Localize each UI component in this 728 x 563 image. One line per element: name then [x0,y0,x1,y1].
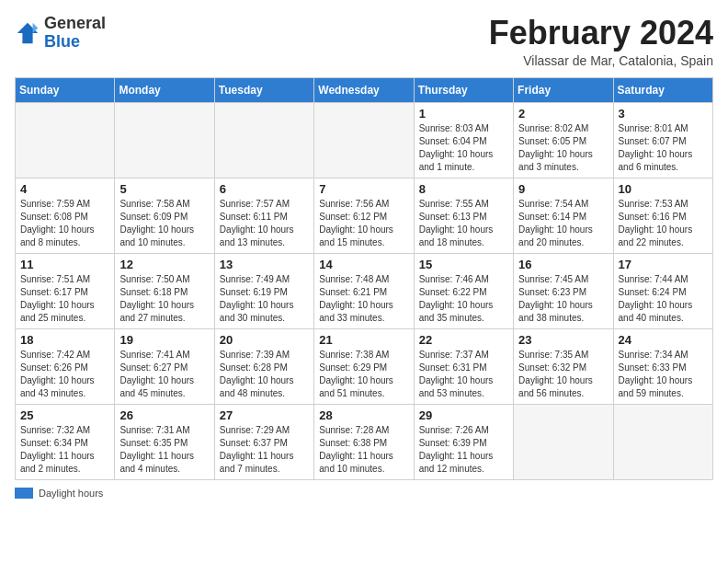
day-info: Sunrise: 7:29 AM Sunset: 6:37 PM Dayligh… [220,424,309,476]
day-number: 6 [220,182,309,196]
day-number: 1 [419,107,508,121]
day-info: Sunrise: 7:38 AM Sunset: 6:29 PM Dayligh… [319,349,408,400]
legend: Daylight hours [15,488,713,499]
day-info: Sunrise: 7:54 AM Sunset: 6:14 PM Dayligh… [518,198,608,249]
day-info: Sunrise: 7:45 AM Sunset: 6:23 PM Dayligh… [518,273,608,325]
calendar-day-cell: 28Sunrise: 7:28 AM Sunset: 6:38 PM Dayli… [314,404,414,479]
title-block: February 2024 Vilassar de Mar, Catalonia… [489,15,713,68]
calendar-header-cell: Friday [514,77,613,102]
day-info: Sunrise: 7:50 AM Sunset: 6:18 PM Dayligh… [119,273,209,325]
day-number: 22 [419,333,508,347]
day-info: Sunrise: 8:01 AM Sunset: 6:07 PM Dayligh… [619,122,708,174]
calendar-day-cell [314,102,414,178]
day-number: 8 [419,182,508,196]
calendar-day-cell: 25Sunrise: 7:32 AM Sunset: 6:34 PM Dayli… [16,404,115,479]
calendar-day-cell: 20Sunrise: 7:39 AM Sunset: 6:28 PM Dayli… [214,328,313,404]
day-number: 24 [619,333,708,347]
location: Vilassar de Mar, Catalonia, Spain [489,53,713,68]
day-info: Sunrise: 7:44 AM Sunset: 6:24 PM Dayligh… [619,273,708,325]
day-info: Sunrise: 7:34 AM Sunset: 6:33 PM Dayligh… [619,349,708,400]
page-header: General Blue February 2024 Vilassar de M… [15,15,713,68]
day-info: Sunrise: 7:57 AM Sunset: 6:11 PM Dayligh… [220,198,309,249]
day-info: Sunrise: 7:39 AM Sunset: 6:28 PM Dayligh… [220,349,309,400]
calendar-day-cell: 9Sunrise: 7:54 AM Sunset: 6:14 PM Daylig… [514,178,613,253]
day-number: 20 [220,333,309,347]
day-number: 23 [518,333,608,347]
day-info: Sunrise: 7:35 AM Sunset: 6:32 PM Dayligh… [518,349,608,400]
day-number: 14 [319,258,408,271]
day-number: 16 [518,258,608,271]
calendar-header-cell: Thursday [414,77,513,102]
calendar-day-cell: 13Sunrise: 7:49 AM Sunset: 6:19 PM Dayli… [214,253,313,328]
day-number: 17 [619,258,708,271]
day-info: Sunrise: 7:46 AM Sunset: 6:22 PM Dayligh… [419,273,508,325]
day-info: Sunrise: 7:51 AM Sunset: 6:17 PM Dayligh… [20,273,109,325]
day-info: Sunrise: 7:41 AM Sunset: 6:27 PM Dayligh… [119,349,209,400]
calendar-week-row: 25Sunrise: 7:32 AM Sunset: 6:34 PM Dayli… [16,404,713,479]
day-number: 7 [319,182,408,196]
day-info: Sunrise: 7:48 AM Sunset: 6:21 PM Dayligh… [319,273,408,325]
day-number: 21 [319,333,408,347]
legend-box [15,488,33,499]
day-info: Sunrise: 7:49 AM Sunset: 6:19 PM Dayligh… [220,273,309,325]
day-number: 18 [20,333,109,347]
day-number: 13 [220,258,309,271]
calendar-day-cell: 6Sunrise: 7:57 AM Sunset: 6:11 PM Daylig… [214,178,313,253]
calendar-day-cell: 27Sunrise: 7:29 AM Sunset: 6:37 PM Dayli… [214,404,313,479]
calendar-header-cell: Saturday [613,77,712,102]
calendar-day-cell: 3Sunrise: 8:01 AM Sunset: 6:07 PM Daylig… [613,102,712,178]
day-number: 12 [119,258,209,271]
calendar-header-cell: Sunday [16,77,115,102]
calendar-day-cell [514,404,613,479]
calendar-day-cell: 29Sunrise: 7:26 AM Sunset: 6:39 PM Dayli… [414,404,513,479]
calendar-body: 1Sunrise: 8:03 AM Sunset: 6:04 PM Daylig… [16,102,713,479]
calendar-day-cell: 1Sunrise: 8:03 AM Sunset: 6:04 PM Daylig… [414,102,513,178]
day-number: 9 [518,182,608,196]
day-info: Sunrise: 7:53 AM Sunset: 6:16 PM Dayligh… [619,198,708,249]
calendar-day-cell: 19Sunrise: 7:41 AM Sunset: 6:27 PM Dayli… [115,328,214,404]
day-number: 25 [20,408,109,422]
day-info: Sunrise: 7:32 AM Sunset: 6:34 PM Dayligh… [20,424,109,476]
day-number: 28 [319,408,408,422]
day-number: 29 [419,408,508,422]
day-number: 4 [20,182,109,196]
day-info: Sunrise: 7:59 AM Sunset: 6:08 PM Dayligh… [20,198,109,249]
calendar-day-cell [214,102,313,178]
calendar-day-cell: 8Sunrise: 7:55 AM Sunset: 6:13 PM Daylig… [414,178,513,253]
calendar-day-cell: 23Sunrise: 7:35 AM Sunset: 6:32 PM Dayli… [514,328,613,404]
calendar-header-cell: Tuesday [214,77,313,102]
logo-general: General [44,14,106,32]
calendar-day-cell: 24Sunrise: 7:34 AM Sunset: 6:33 PM Dayli… [613,328,712,404]
calendar-week-row: 4Sunrise: 7:59 AM Sunset: 6:08 PM Daylig… [16,178,713,253]
calendar-week-row: 18Sunrise: 7:42 AM Sunset: 6:26 PM Dayli… [16,328,713,404]
day-info: Sunrise: 7:26 AM Sunset: 6:39 PM Dayligh… [419,424,508,476]
day-info: Sunrise: 7:56 AM Sunset: 6:12 PM Dayligh… [319,198,408,249]
calendar-day-cell: 17Sunrise: 7:44 AM Sunset: 6:24 PM Dayli… [613,253,712,328]
day-number: 3 [619,107,708,121]
calendar-day-cell: 26Sunrise: 7:31 AM Sunset: 6:35 PM Dayli… [115,404,214,479]
logo-text: General Blue [44,15,106,52]
calendar-table: SundayMondayTuesdayWednesdayThursdayFrid… [15,77,713,480]
calendar-day-cell: 5Sunrise: 7:58 AM Sunset: 6:09 PM Daylig… [115,178,214,253]
calendar-day-cell: 18Sunrise: 7:42 AM Sunset: 6:26 PM Dayli… [16,328,115,404]
calendar-week-row: 1Sunrise: 8:03 AM Sunset: 6:04 PM Daylig… [16,102,713,178]
day-number: 19 [119,333,209,347]
calendar-day-cell [16,102,115,178]
calendar-day-cell: 7Sunrise: 7:56 AM Sunset: 6:12 PM Daylig… [314,178,414,253]
day-info: Sunrise: 7:37 AM Sunset: 6:31 PM Dayligh… [419,349,508,400]
day-number: 5 [119,182,209,196]
day-number: 26 [119,408,209,422]
calendar-day-cell: 12Sunrise: 7:50 AM Sunset: 6:18 PM Dayli… [115,253,214,328]
calendar-header-cell: Monday [115,77,214,102]
calendar-week-row: 11Sunrise: 7:51 AM Sunset: 6:17 PM Dayli… [16,253,713,328]
month-title: February 2024 [489,15,713,52]
calendar-header-cell: Wednesday [314,77,414,102]
calendar-day-cell [613,404,712,479]
day-number: 27 [220,408,309,422]
logo: General Blue [15,15,106,52]
logo-blue: Blue [44,32,80,51]
day-info: Sunrise: 8:02 AM Sunset: 6:05 PM Dayligh… [518,122,608,174]
day-info: Sunrise: 7:42 AM Sunset: 6:26 PM Dayligh… [20,349,109,400]
calendar-day-cell: 22Sunrise: 7:37 AM Sunset: 6:31 PM Dayli… [414,328,513,404]
day-number: 15 [419,258,508,271]
